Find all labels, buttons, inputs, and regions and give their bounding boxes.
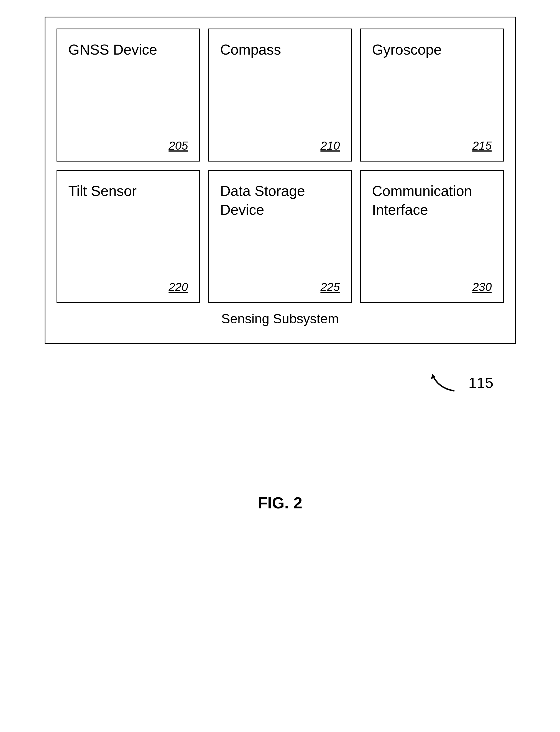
- gnss-device-number: 205: [168, 139, 188, 152]
- communication-interface-cell: Communication Interface 230: [360, 170, 504, 303]
- gyroscope-label: Gyroscope: [372, 40, 442, 59]
- tilt-sensor-cell: Tilt Sensor 220: [57, 170, 200, 303]
- gnss-device-label: GNSS Device: [68, 40, 157, 59]
- compass-label: Compass: [220, 40, 281, 59]
- gyroscope-cell: Gyroscope 215: [360, 29, 504, 162]
- gnss-device-cell: GNSS Device 205: [57, 29, 200, 162]
- communication-interface-number: 230: [472, 280, 492, 294]
- communication-interface-label: Communication Interface: [372, 182, 492, 219]
- data-storage-label: Data Storage Device: [220, 182, 340, 219]
- data-storage-cell: Data Storage Device 225: [208, 170, 352, 303]
- arrow-reference-number: 115: [468, 374, 493, 391]
- compass-number: 210: [320, 139, 340, 152]
- subsystem-label: Sensing Subsystem: [57, 311, 504, 326]
- tilt-sensor-label: Tilt Sensor: [68, 182, 137, 201]
- arrow-icon: [429, 369, 463, 396]
- component-grid: GNSS Device 205 Compass 210 Gyroscope 21…: [57, 29, 504, 303]
- page-container: GNSS Device 205 Compass 210 Gyroscope 21…: [0, 17, 560, 512]
- arrow-container: 115: [429, 369, 493, 396]
- gyroscope-number: 215: [472, 139, 492, 152]
- compass-cell: Compass 210: [208, 29, 352, 162]
- figure-label: FIG. 2: [258, 493, 302, 512]
- arrow-section: 115: [45, 355, 516, 410]
- sensing-subsystem-box: GNSS Device 205 Compass 210 Gyroscope 21…: [45, 17, 516, 344]
- tilt-sensor-number: 220: [168, 280, 188, 294]
- data-storage-number: 225: [320, 280, 340, 294]
